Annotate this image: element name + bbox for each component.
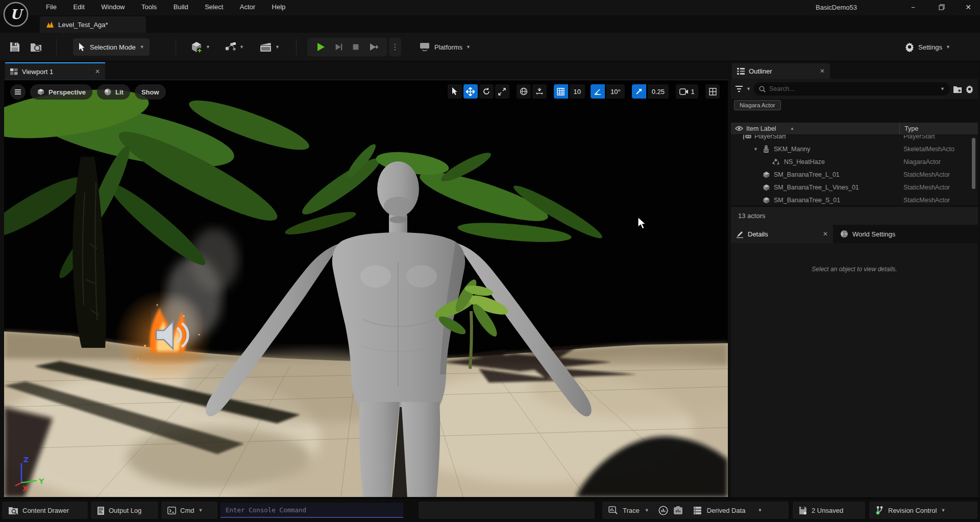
- cmd-dropdown[interactable]: Cmd ▼: [161, 502, 217, 519]
- scale-snap-value[interactable]: 0.25: [648, 84, 669, 99]
- outliner-column-header: Item Label ▲ Type: [731, 123, 978, 135]
- grid-snap-button[interactable]: [554, 84, 568, 99]
- insights-session-icon[interactable]: [658, 506, 668, 515]
- filter-icon[interactable]: [735, 85, 743, 92]
- derived-data-label[interactable]: Derived Data: [707, 507, 746, 514]
- blueprints-dropdown[interactable]: ▼: [225, 39, 244, 55]
- window-title: BasicDemo53: [816, 4, 857, 11]
- outliner-row-skm-manny[interactable]: ▼ SKM_Manny SkeletalMeshActor: [731, 143, 978, 155]
- scale-tool-button[interactable]: [495, 84, 509, 99]
- close-icon[interactable]: ✕: [820, 67, 825, 75]
- world-coordinate-button[interactable]: [517, 84, 531, 99]
- outliner-tab[interactable]: Outliner ✕: [732, 63, 830, 79]
- menu-actor[interactable]: Actor: [233, 0, 262, 14]
- viewport-scene: Z Y X: [4, 80, 728, 497]
- move-tool-button[interactable]: [463, 84, 478, 99]
- rotation-snap-value[interactable]: 10°: [606, 84, 625, 99]
- menu-tools[interactable]: Tools: [134, 0, 164, 14]
- visibility-eye-icon[interactable]: [735, 126, 743, 131]
- menu-bar: File Edit Window Tools Build Select Acto…: [0, 0, 980, 15]
- menu-file[interactable]: File: [39, 0, 64, 14]
- outliner-list-icon: [737, 68, 745, 75]
- outliner-row-playerstart[interactable]: PlayerStart PlayerStart: [731, 135, 978, 143]
- revision-control-dropdown[interactable]: Revision Control ▼: [869, 502, 977, 519]
- viewport-tab[interactable]: Viewport 1 ✕: [5, 62, 105, 80]
- level-asset-tab[interactable]: Level_Test_Aga*: [40, 16, 146, 33]
- outliner-row-ns-heathaze[interactable]: NS_HeatHaze NiagaraActor: [731, 155, 978, 168]
- trace-label[interactable]: Trace: [623, 507, 640, 514]
- outliner-scrollbar[interactable]: [972, 138, 975, 189]
- outliner-row-bananatree-l-vines[interactable]: SM_BananaTree_L_Vines_01 StaticMeshActor: [731, 181, 978, 194]
- menu-edit[interactable]: Edit: [66, 0, 91, 14]
- output-log-button[interactable]: Output Log: [91, 502, 158, 519]
- select-tool-button[interactable]: [448, 84, 462, 99]
- cinematics-dropdown[interactable]: ▼: [259, 39, 280, 55]
- platforms-dropdown[interactable]: Platforms ▼: [419, 39, 471, 55]
- blueprints-icon: [225, 41, 237, 53]
- menu-select[interactable]: Select: [198, 0, 230, 14]
- close-icon[interactable]: ✕: [823, 230, 828, 238]
- viewport-canvas[interactable]: Z Y X: [4, 80, 728, 497]
- scale-snap-button[interactable]: [632, 84, 646, 99]
- maximize-viewport-button[interactable]: [705, 84, 720, 99]
- menu-build[interactable]: Build: [166, 0, 195, 14]
- niagara-actor-filter-chip[interactable]: Niagara Actor: [734, 100, 781, 110]
- add-actor-dropdown[interactable]: ▼: [190, 39, 210, 55]
- details-tab[interactable]: Details ✕: [731, 225, 833, 243]
- world-settings-tab[interactable]: World Settings: [833, 225, 902, 243]
- save-button[interactable]: [7, 39, 22, 55]
- search-box[interactable]: ▼: [754, 82, 950, 96]
- close-icon[interactable]: ✕: [95, 68, 100, 75]
- chevron-down-icon[interactable]: ▼: [746, 86, 751, 91]
- lit-dropdown[interactable]: Lit: [97, 84, 130, 100]
- viewport-options-menu[interactable]: [10, 84, 26, 100]
- outliner-settings-gear-icon[interactable]: [965, 85, 974, 93]
- selection-mode-dropdown[interactable]: Selection Mode ▼: [73, 38, 150, 56]
- rotate-tool-button[interactable]: [479, 84, 494, 99]
- unsaved-button[interactable]: 2 Unsaved: [793, 502, 865, 519]
- chevron-down-icon: ▼: [206, 44, 210, 50]
- console-command-box[interactable]: [220, 503, 403, 518]
- menu-window[interactable]: Window: [94, 0, 132, 14]
- search-input[interactable]: [769, 85, 937, 92]
- show-dropdown[interactable]: Show: [135, 84, 166, 100]
- new-folder-icon[interactable]: [953, 85, 962, 93]
- row-label: SM_BananaTree_L_01: [774, 171, 840, 178]
- rotation-snap-button[interactable]: [591, 84, 605, 99]
- content-drawer-button[interactable]: Content Drawer: [2, 502, 88, 519]
- lit-label: Lit: [115, 88, 124, 96]
- unreal-engine-logo-icon[interactable]: U: [3, 2, 29, 27]
- outliner-row-bananatree-l[interactable]: SM_BananaTree_L_01 StaticMeshActor: [731, 168, 978, 181]
- play-button[interactable]: [315, 42, 326, 52]
- settings-dropdown[interactable]: Settings ▼: [904, 39, 950, 55]
- play-options-kebab[interactable]: ⋮: [389, 38, 401, 56]
- chevron-down-icon[interactable]: ▼: [758, 508, 763, 513]
- cursor-icon: [78, 43, 86, 52]
- chevron-down-icon: ▼: [946, 44, 950, 50]
- stop-button[interactable]: [351, 42, 360, 52]
- column-type[interactable]: Type: [904, 125, 918, 132]
- menu-help[interactable]: Help: [265, 0, 293, 14]
- eject-possess-button[interactable]: [369, 42, 379, 52]
- console-command-input[interactable]: [226, 506, 398, 514]
- row-type: SkeletalMeshActor: [903, 146, 954, 153]
- asset-tab-bar: Level_Test_Aga*: [0, 15, 980, 33]
- chevron-down-icon[interactable]: ▼: [645, 508, 649, 513]
- restore-button[interactable]: [933, 0, 950, 14]
- frame-skip-button[interactable]: [334, 42, 343, 52]
- details-pencil-icon: [736, 230, 744, 238]
- surface-snapping-button[interactable]: [532, 84, 547, 99]
- column-item-label[interactable]: Item Label: [746, 125, 978, 132]
- grid-snap-value[interactable]: 10: [570, 84, 585, 99]
- minimize-button[interactable]: −: [904, 0, 922, 14]
- expand-arrow-icon[interactable]: ▼: [753, 147, 758, 152]
- chevron-down-icon[interactable]: ▼: [940, 86, 945, 91]
- camera-speed-button[interactable]: 1: [676, 84, 698, 99]
- close-button[interactable]: ✕: [960, 0, 977, 14]
- perspective-dropdown[interactable]: Perspective: [30, 84, 92, 100]
- perspective-label: Perspective: [48, 88, 86, 96]
- actors-count-label: 13 actors: [738, 212, 765, 220]
- profiler-icon[interactable]: [673, 506, 683, 515]
- outliner-row-bananatree-s[interactable]: SM_BananaTree_S_01 StaticMeshActor: [731, 194, 978, 205]
- content-browser-button[interactable]: [29, 39, 44, 55]
